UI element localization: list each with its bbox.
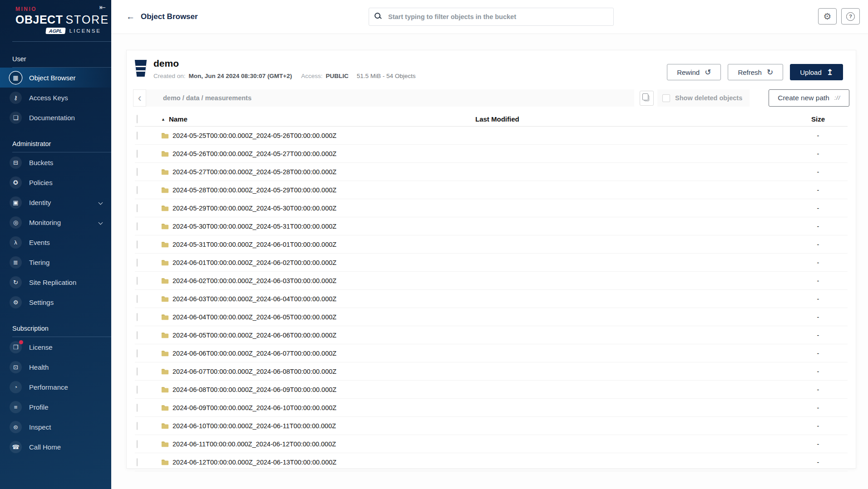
- table-row[interactable]: 2024-05-26T00:00:00.000Z_2024-05-27T00:0…: [135, 145, 848, 163]
- table-row[interactable]: 2024-06-12T00:00:00.000Z_2024-06-13T00:0…: [135, 453, 848, 471]
- table-row[interactable]: 2024-06-04T00:00:00.000Z_2024-06-05T00:0…: [135, 308, 848, 326]
- divider: [12, 41, 111, 42]
- row-checkbox[interactable]: [137, 349, 138, 357]
- sidebar-item-documentation[interactable]: ❏ Documentation: [0, 108, 111, 127]
- back-arrow-icon[interactable]: ←: [126, 12, 135, 22]
- object-name: 2024-06-11T00:00:00.000Z_2024-06-12T00:0…: [173, 440, 336, 448]
- chevron-down-icon: [99, 200, 103, 205]
- row-checkbox[interactable]: [137, 222, 138, 230]
- settings-button[interactable]: ⚙: [818, 8, 837, 24]
- row-checkbox[interactable]: [137, 168, 138, 176]
- sidebar-item-profile[interactable]: ≡ Profile: [0, 397, 111, 417]
- create-new-path-button[interactable]: Create new path ://: [769, 89, 849, 107]
- folder-icon: [161, 314, 169, 320]
- table-row[interactable]: 2024-06-01T00:00:00.000Z_2024-06-02T00:0…: [135, 254, 848, 272]
- sidebar-item-identity[interactable]: ▣ Identity: [0, 192, 111, 212]
- tiering-icon: ≣: [13, 259, 18, 266]
- row-checkbox[interactable]: [137, 259, 138, 267]
- buckets-icon: ⊟: [13, 159, 18, 166]
- table-row[interactable]: 2024-05-30T00:00:00.000Z_2024-05-31T00:0…: [135, 217, 848, 235]
- row-checkbox[interactable]: [137, 277, 138, 285]
- sidebar-item-label: Inspect: [29, 423, 51, 431]
- sidebar-item-label: Health: [29, 363, 49, 371]
- sidebar-item-label: License: [29, 343, 53, 351]
- sidebar-item-buckets[interactable]: ⊟ Buckets: [0, 152, 111, 172]
- breadcrumb[interactable]: demo / data / measurements: [146, 89, 634, 107]
- breadcrumb-back-button[interactable]: ‹: [133, 89, 146, 107]
- folder-icon: [161, 187, 169, 193]
- sidebar-item-site-replication[interactable]: ↻ Site Replication: [0, 272, 111, 292]
- select-all-checkbox[interactable]: [137, 115, 138, 123]
- sidebar-item-policies[interactable]: ✪ Policies: [0, 172, 111, 192]
- object-size: -: [789, 386, 848, 393]
- column-header-name[interactable]: ▲ Name: [161, 115, 475, 123]
- table-row[interactable]: 2024-06-11T00:00:00.000Z_2024-06-12T00:0…: [135, 435, 848, 453]
- access-label: Access:: [301, 73, 322, 79]
- table-row[interactable]: 2024-05-28T00:00:00.000Z_2024-05-29T00:0…: [135, 181, 848, 199]
- table-row[interactable]: 2024-06-06T00:00:00.000Z_2024-06-07T00:0…: [135, 344, 848, 362]
- sidebar-item-inspect[interactable]: ⊜ Inspect: [0, 417, 111, 437]
- section-label-user: User: [0, 55, 111, 67]
- license-icon: ❒: [13, 344, 19, 351]
- search-input[interactable]: [369, 8, 614, 26]
- folder-icon: [161, 205, 169, 211]
- show-deleted-checkbox[interactable]: [662, 94, 670, 102]
- sidebar-item-performance[interactable]: ◔ Performance: [0, 377, 111, 397]
- table-row[interactable]: 2024-05-25T00:00:00.000Z_2024-05-26T00:0…: [135, 127, 848, 145]
- sidebar-item-monitoring[interactable]: ◎ Monitoring: [0, 212, 111, 232]
- table-row[interactable]: 2024-05-31T00:00:00.000Z_2024-06-01T00:0…: [135, 235, 848, 254]
- search-icon: [375, 13, 380, 19]
- sidebar-item-access-keys[interactable]: ⚷ Access Keys: [0, 88, 111, 108]
- sidebar-item-license[interactable]: ❒ License: [0, 337, 111, 357]
- row-checkbox[interactable]: [137, 458, 138, 466]
- sidebar-item-object-browser[interactable]: ▦ Object Browser: [0, 68, 111, 88]
- object-name: 2024-06-08T00:00:00.000Z_2024-06-09T00:0…: [173, 386, 336, 393]
- table-row[interactable]: 2024-06-09T00:00:00.000Z_2024-06-10T00:0…: [135, 399, 848, 417]
- collapse-sidebar-icon[interactable]: ⇤: [99, 3, 106, 12]
- folder-icon: [161, 405, 169, 411]
- bucket-header: demo Created on: Mon, Jun 24 2024 08:30:…: [127, 50, 856, 85]
- object-browser-icon: ▦: [13, 74, 18, 81]
- row-checkbox[interactable]: [137, 422, 138, 430]
- refresh-button[interactable]: Refresh ↻: [728, 64, 783, 80]
- row-checkbox[interactable]: [137, 132, 138, 140]
- rewind-button[interactable]: Rewind ↺: [667, 64, 721, 80]
- object-size: -: [789, 368, 848, 375]
- row-checkbox[interactable]: [137, 313, 138, 321]
- copy-path-button[interactable]: [640, 91, 654, 106]
- table-row[interactable]: 2024-06-02T00:00:00.000Z_2024-06-03T00:0…: [135, 272, 848, 290]
- object-size: -: [789, 404, 848, 411]
- row-checkbox[interactable]: [137, 367, 138, 376]
- sidebar-item-call-home[interactable]: ☎ Call Home: [0, 437, 111, 457]
- sidebar-item-settings[interactable]: ⚙ Settings: [0, 292, 111, 312]
- object-name: 2024-06-05T00:00:00.000Z_2024-06-06T00:0…: [173, 332, 336, 339]
- row-checkbox[interactable]: [137, 404, 138, 412]
- table-row[interactable]: 2024-06-10T00:00:00.000Z_2024-06-11T00:0…: [135, 417, 848, 435]
- row-checkbox[interactable]: [137, 440, 138, 448]
- bucket-meta: Created on: Mon, Jun 24 2024 08:30:07 (G…: [153, 73, 416, 79]
- sidebar: ⇤ MINIO OBJECTSTORE AGPL LICENSE User ▦ …: [0, 0, 111, 489]
- sidebar-item-health[interactable]: ⊡ Health: [0, 357, 111, 377]
- sidebar-item-events[interactable]: λ Events: [0, 232, 111, 252]
- upload-button[interactable]: Upload ↥: [790, 64, 843, 80]
- table-row[interactable]: 2024-06-07T00:00:00.000Z_2024-06-08T00:0…: [135, 362, 848, 381]
- row-checkbox[interactable]: [137, 295, 138, 303]
- help-icon: ?: [846, 12, 855, 21]
- table-row[interactable]: 2024-06-05T00:00:00.000Z_2024-06-06T00:0…: [135, 326, 848, 344]
- row-checkbox[interactable]: [137, 204, 138, 212]
- table-row[interactable]: 2024-05-27T00:00:00.000Z_2024-05-28T00:0…: [135, 163, 848, 181]
- row-checkbox[interactable]: [137, 240, 138, 249]
- help-button[interactable]: ?: [841, 8, 860, 24]
- table-row[interactable]: 2024-06-03T00:00:00.000Z_2024-06-04T00:0…: [135, 290, 848, 308]
- row-checkbox[interactable]: [137, 186, 138, 194]
- object-size: -: [789, 186, 848, 194]
- sidebar-item-tiering[interactable]: ≣ Tiering: [0, 252, 111, 272]
- object-name: 2024-06-10T00:00:00.000Z_2024-06-11T00:0…: [173, 422, 336, 430]
- row-checkbox[interactable]: [137, 150, 138, 158]
- sidebar-item-label: Documentation: [29, 114, 75, 122]
- row-checkbox[interactable]: [137, 386, 138, 394]
- table-row[interactable]: 2024-06-08T00:00:00.000Z_2024-06-09T00:0…: [135, 381, 848, 399]
- table-row[interactable]: 2024-05-29T00:00:00.000Z_2024-05-30T00:0…: [135, 199, 848, 217]
- health-icon: ⊡: [13, 364, 18, 371]
- row-checkbox[interactable]: [137, 331, 138, 339]
